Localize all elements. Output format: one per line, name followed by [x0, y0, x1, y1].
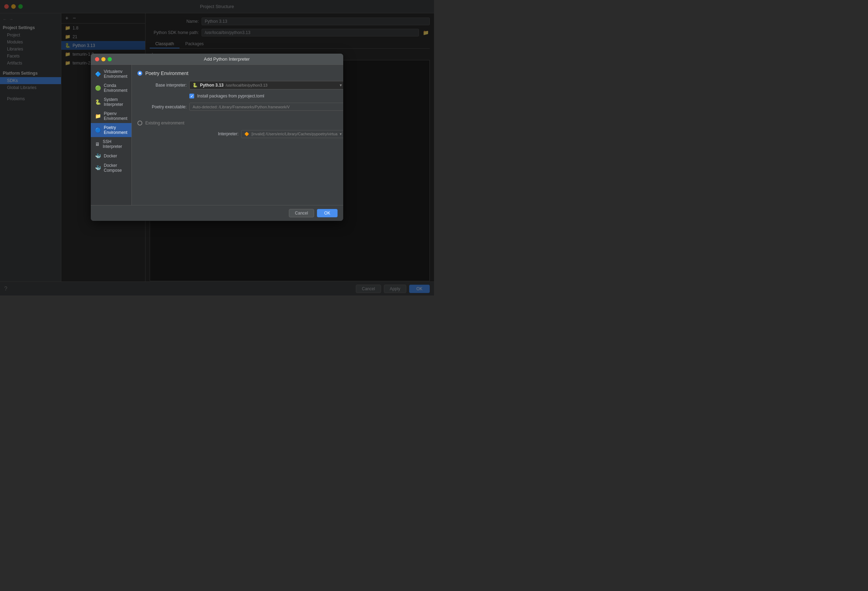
- modal-overlay: Add Python Interpreter 🔷 Virtualenv Envi…: [0, 0, 434, 296]
- spacer: [137, 115, 343, 121]
- install-packages-label: Install packages from pyproject.toml: [197, 94, 264, 99]
- checkmark-icon: ✓: [190, 94, 193, 98]
- interp-item-docker-compose[interactable]: 🐳 Docker Compose: [91, 161, 131, 175]
- install-packages-checkbox[interactable]: ✓: [189, 94, 194, 99]
- interp-item-label: Docker: [104, 154, 117, 158]
- interpreter-select[interactable]: 🔶 [invalid] /Users/eric/Library/Caches/p…: [241, 130, 343, 138]
- ssh-icon: 🖥: [95, 141, 100, 147]
- interp-item-label: System Interpreter: [104, 97, 127, 107]
- dropdown-arrow-icon: ▾: [340, 132, 342, 136]
- interpreter-label: Interpreter:: [189, 131, 238, 136]
- dropdown-arrow-icon: ▾: [340, 83, 342, 88]
- invalid-interp-icon: 🔶: [244, 132, 249, 136]
- base-interpreter-row: Base interpreter: 🐍 Python 3.13 /usr/loc…: [137, 81, 343, 89]
- interp-item-conda[interactable]: 🟢 Conda Environment: [91, 81, 131, 95]
- interp-item-ssh[interactable]: 🖥 SSH Interpreter: [91, 137, 131, 151]
- modal-title: Add Python Interpreter: [115, 56, 339, 62]
- system-icon: 🐍: [95, 99, 101, 105]
- modal-traffic-lights: [95, 57, 112, 61]
- interp-item-poetry[interactable]: 🔵 Poetry Environment: [91, 123, 131, 137]
- poetry-exec-label: Poetry executable:: [137, 105, 186, 109]
- base-interpreter-label: Base interpreter:: [137, 83, 186, 88]
- radio-inner: [139, 72, 141, 74]
- interp-item-docker[interactable]: 🐳 Docker: [91, 151, 131, 161]
- base-interpreter-name: Python 3.13: [200, 83, 223, 88]
- base-interpreter-path: /usr/local/bin/python3.13: [226, 83, 267, 87]
- poetry-icon: 🔵: [95, 127, 101, 133]
- interpreter-config-panel: Poetry Environment Base interpreter: 🐍 P…: [132, 65, 343, 205]
- modal-titlebar: Add Python Interpreter: [91, 54, 343, 65]
- conda-icon: 🟢: [95, 85, 101, 91]
- interpreter-value: [invalid] /Users/eric/Library/Caches/pyp…: [251, 132, 337, 136]
- docker-icon: 🐳: [95, 153, 101, 159]
- new-env-radio[interactable]: [137, 71, 142, 76]
- new-env-label: Poetry Environment: [145, 71, 188, 76]
- interpreter-select-row: Interpreter: 🔶 [invalid] /Users/eric/Lib…: [189, 130, 343, 138]
- interp-item-label: Conda Environment: [104, 83, 127, 93]
- modal-body: 🔷 Virtualenv Environment 🟢 Conda Environ…: [91, 65, 343, 205]
- interp-item-label: Docker Compose: [104, 163, 127, 173]
- docker-compose-icon: 🐳: [95, 165, 101, 171]
- poetry-exec-row: Poetry executable: Auto-detected: /Libra…: [137, 103, 343, 111]
- existing-env-radio[interactable]: [137, 121, 142, 126]
- new-env-radio-row[interactable]: Poetry Environment: [137, 71, 343, 76]
- interp-item-label: Virtualenv Environment: [104, 69, 127, 79]
- interp-item-pipenv[interactable]: 📁 Pipenv Environment: [91, 109, 131, 123]
- existing-env-label: Existing environment: [145, 121, 184, 126]
- existing-env-radio-row[interactable]: Existing environment: [137, 121, 343, 126]
- modal-minimize-btn[interactable]: [101, 57, 106, 61]
- modal-ok-button[interactable]: OK: [317, 209, 338, 217]
- python-icon: 🐍: [192, 83, 198, 88]
- interp-item-label: Poetry Environment: [104, 125, 127, 135]
- base-interpreter-select[interactable]: 🐍 Python 3.13 /usr/local/bin/python3.13 …: [189, 81, 343, 89]
- virtualenv-icon: 🔷: [95, 71, 101, 77]
- modal-maximize-btn[interactable]: [108, 57, 112, 61]
- interp-item-label: Pipenv Environment: [104, 111, 127, 121]
- modal-close-btn[interactable]: [95, 57, 99, 61]
- interp-item-virtualenv[interactable]: 🔷 Virtualenv Environment: [91, 67, 131, 81]
- pipenv-icon: 📁: [95, 113, 101, 119]
- modal-footer: Cancel OK: [91, 205, 343, 221]
- interp-item-label: SSH Interpreter: [103, 139, 127, 149]
- interpreter-type-list: 🔷 Virtualenv Environment 🟢 Conda Environ…: [91, 65, 132, 205]
- install-packages-row[interactable]: ✓ Install packages from pyproject.toml: [189, 94, 343, 99]
- poetry-exec-value: Auto-detected: /Library/Frameworks/Pytho…: [192, 105, 289, 109]
- modal-cancel-button[interactable]: Cancel: [289, 209, 314, 217]
- add-python-interpreter-modal: Add Python Interpreter 🔷 Virtualenv Envi…: [91, 54, 343, 221]
- poetry-exec-input[interactable]: Auto-detected: /Library/Frameworks/Pytho…: [189, 103, 343, 111]
- interp-item-system[interactable]: 🐍 System Interpreter: [91, 95, 131, 109]
